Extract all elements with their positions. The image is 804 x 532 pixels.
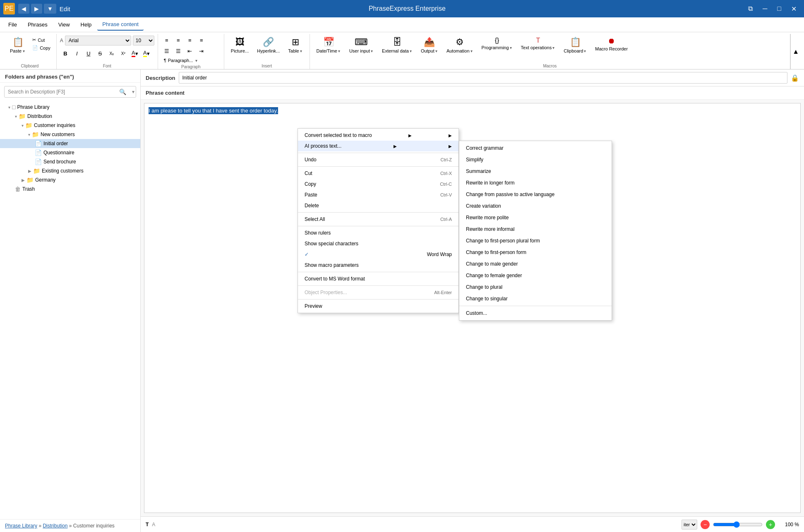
font-select[interactable]: Arial (65, 36, 131, 46)
ai-rewrite-longer[interactable]: Rewrite in longer form (459, 177, 612, 189)
ctx-select-all[interactable]: Select All Ctrl-A (298, 214, 458, 225)
ai-summarize[interactable]: Summarize (459, 165, 612, 177)
datetime-arrow[interactable]: ▾ (337, 49, 341, 53)
ctx-object-properties[interactable]: Object Properties... Alt-Enter (298, 287, 458, 298)
menu-help[interactable]: Help (76, 19, 97, 30)
hyperlink-button[interactable]: 🔗 Hyperlink... (254, 36, 283, 55)
ribbon-scroll-button[interactable]: ▲ (790, 34, 801, 69)
ai-custom[interactable]: Custom... (459, 307, 612, 319)
ctx-show-rulers[interactable]: Show rulers (298, 228, 458, 238)
bold-button[interactable]: B (60, 49, 71, 58)
breadcrumb-phrase-library[interactable]: Phrase Library (5, 523, 37, 529)
ai-correct-grammar[interactable]: Correct grammar (459, 142, 612, 154)
tree-item-initial-order[interactable]: 📄 Initial order (0, 139, 140, 148)
userinput-arrow[interactable]: ▾ (370, 49, 374, 53)
menu-phrase-content[interactable]: Phrase content (97, 19, 143, 31)
ctx-word-wrap[interactable]: ✓ Word Wrap (298, 249, 458, 260)
description-input[interactable] (179, 72, 787, 84)
maximize-button[interactable]: □ (773, 3, 785, 14)
ctx-preview[interactable]: Preview (298, 301, 458, 312)
clipboard-macro-button[interactable]: 📋 Clipboard ▾ (560, 36, 590, 55)
tree-item-customer-inquiries[interactable]: ▾ 📁 Customer inquiries (0, 121, 140, 130)
tree-item-new-customers[interactable]: ▾ 📁 New customers (0, 130, 140, 139)
align-left-button[interactable]: ≡ (161, 36, 172, 45)
menu-file[interactable]: File (3, 19, 22, 30)
ai-singular[interactable]: Change to singular (459, 293, 612, 304)
breadcrumb-distribution[interactable]: Distribution (43, 523, 67, 529)
ctx-paste[interactable]: Paste Ctrl-V (298, 189, 458, 200)
underline-button[interactable]: U (83, 49, 94, 58)
picture-button[interactable]: 🖼 Picture... (228, 36, 252, 55)
automation-arrow[interactable]: ▾ (470, 49, 473, 53)
tree-item-existing-customers[interactable]: ▶ 📁 Existing customers (0, 166, 140, 175)
italic-button[interactable]: I (72, 49, 82, 58)
programming-arrow[interactable]: ▾ (509, 46, 513, 50)
ai-create-variation[interactable]: Create variation (459, 200, 612, 212)
output-arrow[interactable]: ▾ (434, 49, 438, 53)
subscript-button[interactable]: X₂ (106, 49, 117, 58)
minimize-button[interactable]: ─ (758, 3, 771, 14)
menu-phrases[interactable]: Phrases (23, 19, 53, 30)
align-center-button[interactable]: ≡ (173, 36, 184, 45)
tree-item-send-brochure[interactable]: 📄 Send brochure (0, 157, 140, 166)
ctx-convert-msword[interactable]: Convert to MS Word format (298, 273, 458, 284)
paste-button[interactable]: 📋 Paste ▾ (7, 36, 29, 55)
macrorecorder-button[interactable]: ⏺ Macro Recorder (592, 36, 631, 55)
ctx-undo[interactable]: Undo Ctrl-Z (298, 154, 458, 165)
externaldata-button[interactable]: 🗄 External data ▾ (379, 36, 416, 55)
userinput-button[interactable]: ⌨ User input ▾ (346, 36, 377, 55)
ctx-show-special[interactable]: Show special characters (298, 238, 458, 249)
close-button[interactable]: ✕ (787, 3, 801, 14)
table-arrow[interactable]: ▾ (299, 49, 303, 53)
bullet-button[interactable]: ☰ (161, 46, 172, 55)
datetime-button[interactable]: 📅 Date/Time ▾ (313, 36, 344, 55)
ctx-ai-process[interactable]: AI process text... ▶ Correct grammar Sim… (298, 141, 458, 151)
ctx-cut[interactable]: Cut Ctrl-X (298, 168, 458, 179)
search-dropdown[interactable]: ▾ (132, 89, 134, 95)
ai-plural[interactable]: Change to plural (459, 281, 612, 293)
programming-button[interactable]: {} Programming ▾ (478, 36, 516, 55)
textops-arrow[interactable]: ▾ (552, 46, 555, 50)
ai-rewrite-polite[interactable]: Rewrite more polite (459, 212, 612, 223)
tree-item-phrase-library[interactable]: ▾ □ Phrase Library (0, 103, 140, 112)
ctx-delete[interactable]: Delete (298, 200, 458, 211)
ai-first-person-plural[interactable]: Change to first-person plural form (459, 235, 612, 247)
clipboard-macro-arrow[interactable]: ▾ (583, 49, 587, 53)
tree-item-germany[interactable]: ▶ 📁 Germany (0, 175, 140, 185)
automation-button[interactable]: ⚙ Automation ▾ (443, 36, 477, 55)
table-button[interactable]: ⊞ Table ▾ (285, 36, 306, 55)
ctx-copy[interactable]: Copy Ctrl-C (298, 179, 458, 189)
justify-button[interactable]: ≡ (196, 36, 207, 45)
copy-button[interactable]: 📄 Copy (30, 44, 53, 51)
forward-button[interactable]: ▶ (31, 4, 42, 14)
paragraph-button[interactable]: ¶ Paragraph... ▾ (161, 57, 201, 64)
ai-simplify[interactable]: Simplify (459, 154, 612, 165)
number-button[interactable]: ☰ (173, 46, 184, 55)
ai-male-gender[interactable]: Change to male gender (459, 258, 612, 270)
spellcheck-select[interactable]: iter (682, 520, 697, 530)
ai-female-gender[interactable]: Change to female gender (459, 270, 612, 281)
paragraph-arrow[interactable]: ▾ (194, 58, 198, 63)
restore-button[interactable]: ⧉ (744, 3, 757, 14)
cut-button[interactable]: ✂ Cut (30, 36, 53, 43)
size-select[interactable]: 10 (133, 36, 154, 46)
ctx-show-macro-params[interactable]: Show macro parameters (298, 260, 458, 271)
dropdown-button[interactable]: ▼ (44, 4, 56, 14)
paste-arrow[interactable]: ▾ (22, 49, 26, 53)
align-right-button[interactable]: ≡ (185, 36, 195, 45)
externaldata-arrow[interactable]: ▾ (409, 49, 413, 53)
fontcolor-button[interactable]: A▾ (130, 49, 140, 58)
zoom-increase-button[interactable]: + (766, 520, 775, 529)
zoom-slider[interactable] (713, 521, 763, 528)
output-button[interactable]: 📤 Output ▾ (418, 36, 442, 55)
ai-rewrite-informal[interactable]: Rewrite more informal (459, 223, 612, 235)
back-button[interactable]: ◀ (18, 4, 29, 14)
tree-item-trash[interactable]: 🗑 Trash (0, 185, 140, 194)
editor-area[interactable]: I am please to tell you that I have sent… (144, 103, 801, 513)
superscript-button[interactable]: X² (118, 49, 129, 58)
indent-button[interactable]: ⇥ (196, 46, 207, 55)
ai-passive-active[interactable]: Change from passive to active language (459, 189, 612, 200)
tree-item-questionnaire[interactable]: 📄 Questionnaire (0, 148, 140, 157)
highlight-button[interactable]: A▾ (141, 49, 152, 58)
search-input[interactable] (4, 86, 136, 98)
